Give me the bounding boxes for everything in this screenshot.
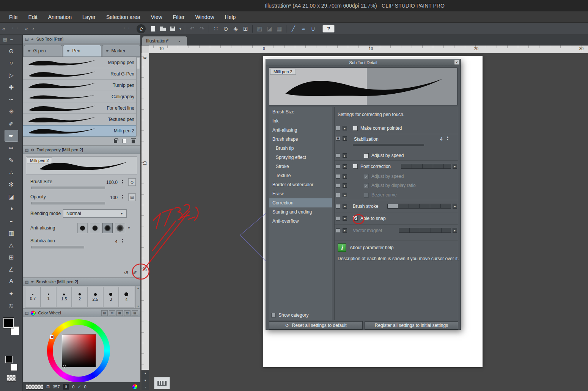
stabilization-spinner[interactable]: ▲▼ xyxy=(447,136,449,141)
brush-size-value[interactable]: 100.0 xyxy=(106,180,118,185)
tone-button-2[interactable]: ◪ xyxy=(264,24,274,34)
balloon-tool[interactable]: ✦ xyxy=(5,287,18,300)
pen-item[interactable]: Real G-Pen xyxy=(23,68,140,80)
pencil-tool[interactable]: ✏ xyxy=(5,142,18,154)
aa-middle-button[interactable] xyxy=(102,223,113,233)
bezier-curve-checkbox[interactable] xyxy=(364,193,369,198)
select-launcher-button[interactable]: ⊙ xyxy=(221,24,231,34)
register-initial-icon[interactable]: ✐ xyxy=(133,270,137,276)
pen-item[interactable]: Calligraphy xyxy=(23,91,140,102)
show-in-property-toggle[interactable] xyxy=(336,153,340,158)
menu-selection-area[interactable]: Selection area xyxy=(101,11,146,23)
color-set-icon[interactable] xyxy=(132,384,137,389)
aa-weak-button[interactable] xyxy=(90,223,100,233)
spin-down-icon[interactable]: ▼ xyxy=(121,241,124,243)
category-item[interactable]: Brush Size xyxy=(269,107,332,116)
show-category-checkbox[interactable] xyxy=(271,313,276,317)
pen-item-selected[interactable]: Milli pen 2 xyxy=(23,125,140,137)
show-in-property-toggle[interactable] xyxy=(336,126,340,130)
eyedropper-tool[interactable]: ✐ xyxy=(5,118,18,130)
undo-button[interactable]: ↶ xyxy=(187,24,197,34)
save-button[interactable] xyxy=(168,24,178,34)
pen-item[interactable]: For effect line xyxy=(23,102,140,114)
color-mode-tab[interactable]: ▤ xyxy=(132,310,138,316)
sub-color-swatch-2[interactable] xyxy=(10,364,17,371)
vector-magnet-level-bar[interactable] xyxy=(399,228,451,233)
collapse-dock-icon[interactable]: « xyxy=(2,26,5,32)
category-item[interactable]: Spraying effect xyxy=(269,153,332,162)
line-correction-tool[interactable]: ≋ xyxy=(5,300,18,312)
brush-size-spinner[interactable]: ▲▼ xyxy=(121,179,124,184)
transform-button[interactable]: ∷ xyxy=(211,24,221,34)
open-file-button[interactable] xyxy=(158,24,168,34)
new-file-button[interactable] xyxy=(148,24,158,34)
panel-menu-icon[interactable]: ▤ xyxy=(25,311,28,315)
timeline-button[interactable] xyxy=(154,377,170,389)
able-to-snap-checkbox[interactable]: ✓ xyxy=(353,216,358,221)
chevron-down-icon[interactable]: ▼ xyxy=(127,226,130,230)
frame-border-tool[interactable]: ⊞ xyxy=(5,251,18,263)
expand-arrow-icon[interactable]: ▶ xyxy=(453,228,457,233)
color-mode-tab[interactable]: ⊞ xyxy=(109,310,115,316)
eraser-tool[interactable]: ◪ xyxy=(5,190,18,203)
toolbar-grip[interactable]: ⋮⋮ xyxy=(122,26,131,31)
category-item[interactable]: Texture xyxy=(269,171,332,180)
pen-item[interactable]: Turnip pen xyxy=(23,80,140,91)
show-in-property-toggle[interactable] xyxy=(336,164,340,169)
aa-strong-button[interactable] xyxy=(115,223,125,233)
sub-color-swatch[interactable] xyxy=(5,356,13,363)
document-tab[interactable]: Illustration* ● xyxy=(142,36,187,46)
transparent-color-swatch[interactable] xyxy=(7,375,16,382)
dialog-titlebar[interactable]: Sub Tool Detail ✕ xyxy=(266,59,461,66)
brush-stroke-level-bar[interactable] xyxy=(387,204,451,209)
menu-file[interactable]: File xyxy=(4,11,23,23)
spin-up-icon[interactable]: ▲ xyxy=(121,179,124,182)
sv-marker[interactable] xyxy=(63,365,66,368)
operation-tool[interactable]: ▷ xyxy=(5,69,18,81)
category-item[interactable]: Brush tip xyxy=(269,144,332,153)
text-tool[interactable]: A xyxy=(5,275,18,287)
save-menu-caret[interactable]: ▾ xyxy=(178,24,183,34)
indicator-arrow-icon[interactable]: ▶ xyxy=(343,216,347,221)
redo-button[interactable]: ↷ xyxy=(197,24,207,34)
collapse-panel-icon[interactable]: « xyxy=(25,26,28,32)
category-item[interactable]: Anti-aliasing xyxy=(269,126,332,135)
menu-filter[interactable]: Filter xyxy=(168,11,190,23)
aa-none-button[interactable] xyxy=(77,223,88,233)
lasso-tool[interactable]: ∽ xyxy=(5,93,18,105)
show-in-property-toggle[interactable] xyxy=(336,174,340,179)
menu-animation[interactable]: Animation xyxy=(43,11,77,23)
stabilization-value[interactable]: 4 xyxy=(115,239,118,244)
brush-tool[interactable]: ✎ xyxy=(5,154,18,166)
panel-menu-icon[interactable]: ▤ xyxy=(3,37,7,42)
transparent-indicator[interactable] xyxy=(26,384,43,389)
copy-subtool-icon[interactable] xyxy=(123,139,126,143)
make-corner-checkbox[interactable] xyxy=(353,126,358,131)
brush-size-scrollbar[interactable]: ▲▼ xyxy=(135,286,140,308)
spin-down-icon[interactable]: ▼ xyxy=(121,182,124,184)
pen-item[interactable]: Mapping pen xyxy=(23,57,140,68)
scroll-down-icon[interactable]: ▼ xyxy=(144,379,147,382)
scroll-up-icon[interactable]: ▲ xyxy=(144,372,147,375)
brush-size-preset[interactable]: 0.7 xyxy=(25,287,41,308)
ruler-tool[interactable]: ∠ xyxy=(5,263,18,275)
menu-window[interactable]: Window xyxy=(190,11,220,23)
category-item[interactable]: Border of watercolor xyxy=(269,180,332,189)
tab-gpen[interactable]: ✒G-pen xyxy=(24,45,62,57)
delete-subtool-icon[interactable] xyxy=(132,140,135,143)
opacity-spinner[interactable]: ▲▼ xyxy=(121,194,124,199)
category-item[interactable]: Erase xyxy=(269,189,332,198)
opacity-slider[interactable] xyxy=(31,202,105,204)
indicator-arrow-icon[interactable]: ▶ xyxy=(343,153,347,158)
scroll-down-icon[interactable]: ▼ xyxy=(137,305,140,308)
category-item[interactable]: Brush shape xyxy=(269,135,332,144)
back-panel-icon[interactable]: ‹ xyxy=(33,26,35,32)
clip-studio-icon[interactable]: ℮ xyxy=(137,24,146,33)
menu-view[interactable]: View xyxy=(146,11,168,23)
crop-button[interactable]: ⊞ xyxy=(241,24,250,34)
blend-tool[interactable]: ◑ xyxy=(5,203,18,215)
brush-size-preset[interactable]: 3 xyxy=(103,287,119,308)
help-button[interactable]: ? xyxy=(322,25,335,33)
color-mode-tab[interactable]: ▦ xyxy=(116,310,123,316)
category-item[interactable]: Stroke xyxy=(269,162,332,171)
